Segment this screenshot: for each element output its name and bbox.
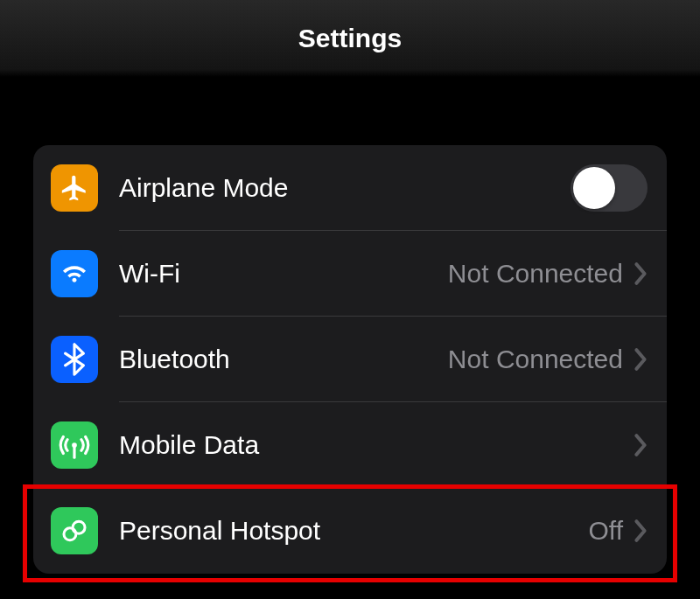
settings-header: Settings: [0, 0, 700, 77]
wifi-row[interactable]: Wi-Fi Not Connected: [33, 231, 667, 317]
svg-point-3: [73, 521, 85, 533]
personal-hotspot-detail: Off: [589, 516, 623, 546]
chevron-right-icon: [634, 519, 648, 543]
bluetooth-icon: [51, 336, 98, 383]
hotspot-icon: [51, 507, 98, 554]
personal-hotspot-row[interactable]: Personal Hotspot Off: [33, 488, 667, 574]
page-title: Settings: [298, 24, 402, 53]
mobile-data-label: Mobile Data: [119, 430, 634, 460]
bluetooth-label: Bluetooth: [119, 345, 448, 374]
airplane-icon: [51, 164, 98, 212]
wifi-detail: Not Connected: [448, 259, 623, 289]
cellular-icon: [51, 421, 98, 469]
chevron-right-icon: [634, 261, 648, 286]
wifi-label: Wi-Fi: [119, 259, 448, 289]
airplane-mode-label: Airplane Mode: [119, 173, 570, 203]
toggle-knob: [573, 167, 615, 209]
chevron-right-icon: [634, 433, 648, 457]
settings-content: Airplane Mode Wi-Fi Not Connected: [0, 77, 700, 574]
connectivity-panel: Airplane Mode Wi-Fi Not Connected: [33, 145, 667, 574]
airplane-mode-toggle[interactable]: [570, 164, 648, 212]
bluetooth-detail: Not Connected: [448, 345, 623, 374]
personal-hotspot-label: Personal Hotspot: [119, 516, 589, 546]
mobile-data-row[interactable]: Mobile Data: [33, 402, 667, 488]
airplane-mode-row[interactable]: Airplane Mode: [33, 145, 667, 231]
wifi-icon: [51, 250, 98, 297]
chevron-right-icon: [634, 347, 648, 372]
bluetooth-row[interactable]: Bluetooth Not Connected: [33, 317, 667, 402]
